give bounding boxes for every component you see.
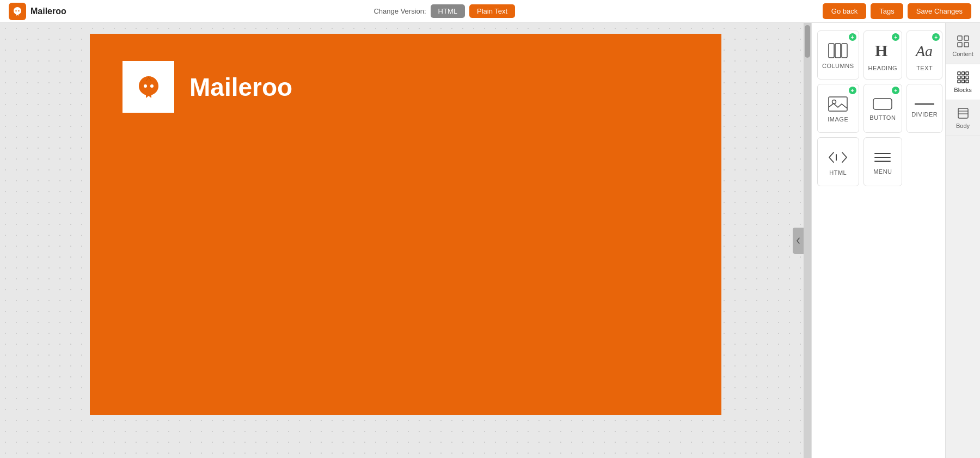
menu-icon <box>873 151 892 164</box>
main-layout: Maileroo + <box>0 23 980 458</box>
svg-text:H: H <box>875 41 887 59</box>
svg-rect-12 <box>873 99 892 109</box>
blocks-grid: + COLUMNS + H HEADING <box>817 30 940 186</box>
block-label-html: HTML <box>829 169 847 176</box>
email-logo-box <box>122 61 174 113</box>
svg-rect-20 <box>958 42 962 47</box>
scrollbar-thumb[interactable] <box>805 25 810 58</box>
block-label-heading: HEADING <box>868 65 898 71</box>
canvas-area: Maileroo <box>0 23 811 458</box>
add-badge-image: + <box>849 87 856 94</box>
block-item-menu[interactable]: MENU <box>863 137 903 186</box>
tab-body[interactable]: Body <box>946 100 980 136</box>
svg-rect-22 <box>958 72 960 75</box>
svg-rect-30 <box>966 80 969 83</box>
email-canvas: Maileroo <box>90 34 721 415</box>
header-right: Go back Tags Save Changes <box>823 3 971 19</box>
blocks-panel: + COLUMNS + H HEADING <box>811 23 945 458</box>
svg-point-1 <box>18 10 19 11</box>
svg-point-11 <box>832 100 836 104</box>
svg-text:Aa: Aa <box>915 42 933 59</box>
header: Maileroo Change Version: HTML Plain Text… <box>0 0 980 23</box>
add-badge-text: + <box>932 33 940 41</box>
svg-rect-26 <box>961 76 964 79</box>
block-item-text[interactable]: + Aa TEXT <box>906 30 942 80</box>
svg-rect-21 <box>964 42 969 47</box>
text-icon: Aa <box>915 41 934 60</box>
svg-rect-7 <box>842 44 847 58</box>
blocks-tab-icon <box>957 71 970 84</box>
svg-rect-10 <box>829 97 847 111</box>
block-item-image[interactable]: + IMAGE <box>817 84 859 133</box>
block-label-columns: COLUMNS <box>822 63 854 69</box>
svg-point-4 <box>150 84 154 88</box>
svg-rect-6 <box>835 44 841 58</box>
tab-blocks[interactable]: Blocks <box>946 64 980 100</box>
version-label: Change Version: <box>373 7 426 15</box>
svg-rect-23 <box>961 72 964 75</box>
block-label-text: TEXT <box>916 65 933 71</box>
block-item-html[interactable]: HTML <box>817 137 859 186</box>
tab-content[interactable]: Content <box>946 28 980 64</box>
email-header-block: Maileroo <box>90 34 721 140</box>
content-tab-label: Content <box>952 51 973 57</box>
svg-rect-18 <box>958 36 962 40</box>
heading-icon: H <box>873 41 892 60</box>
block-label-divider: DIVIDER <box>911 111 938 118</box>
canvas-scrollbar[interactable] <box>804 23 811 458</box>
svg-rect-14 <box>836 154 837 161</box>
svg-point-0 <box>15 10 16 11</box>
save-changes-button[interactable]: Save Changes <box>908 3 971 19</box>
app-logo-icon <box>9 3 26 20</box>
divider-icon <box>915 101 934 107</box>
header-center: Change Version: HTML Plain Text <box>373 4 515 18</box>
tags-button[interactable]: Tags <box>871 3 903 19</box>
add-badge-columns: + <box>849 33 856 41</box>
block-label-menu: MENU <box>873 168 892 175</box>
header-left: Maileroo <box>9 3 66 20</box>
side-tabs: Content Blocks <box>945 23 980 458</box>
svg-rect-5 <box>829 44 834 58</box>
html-icon <box>828 150 848 165</box>
svg-rect-31 <box>958 108 968 118</box>
svg-rect-25 <box>958 76 960 79</box>
svg-point-3 <box>144 84 147 88</box>
svg-rect-24 <box>966 72 969 75</box>
app-title: Maileroo <box>30 7 66 16</box>
content-tab-icon <box>957 35 970 48</box>
right-panel: + COLUMNS + H HEADING <box>811 23 980 458</box>
svg-rect-27 <box>966 76 969 79</box>
blocks-tab-label: Blocks <box>954 87 971 93</box>
image-icon <box>828 96 848 112</box>
block-label-image: IMAGE <box>828 116 848 123</box>
svg-rect-28 <box>958 80 960 83</box>
columns-icon <box>828 43 848 58</box>
add-badge-heading: + <box>892 33 899 41</box>
html-version-btn[interactable]: HTML <box>431 4 465 18</box>
go-back-button[interactable]: Go back <box>823 3 866 19</box>
block-item-columns[interactable]: + COLUMNS <box>817 30 859 80</box>
body-tab-icon <box>957 107 970 120</box>
block-item-button[interactable]: + BUTTON <box>863 84 903 133</box>
panel-collapse-handle[interactable] <box>793 228 804 254</box>
button-icon <box>873 98 892 110</box>
svg-rect-29 <box>961 80 964 83</box>
body-tab-label: Body <box>956 123 970 129</box>
block-label-button: BUTTON <box>869 114 896 121</box>
svg-rect-19 <box>964 36 969 40</box>
plain-text-version-btn[interactable]: Plain Text <box>469 4 515 18</box>
block-item-divider[interactable]: DIVIDER <box>906 84 942 133</box>
email-brand-name: Maileroo <box>189 72 292 102</box>
block-item-heading[interactable]: + H HEADING <box>863 30 903 80</box>
add-badge-button: + <box>892 87 899 94</box>
